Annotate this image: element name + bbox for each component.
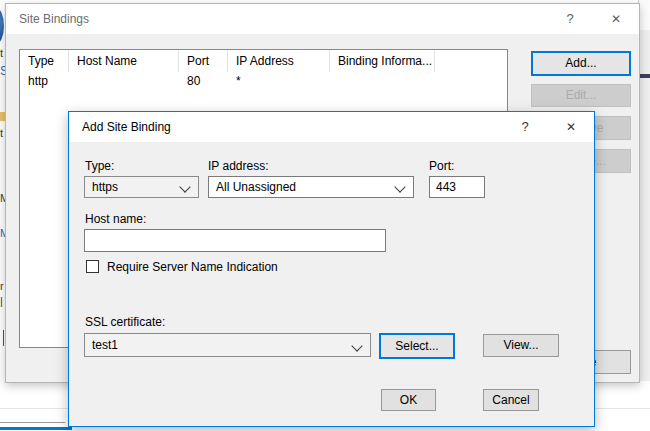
tree-line-fragment: [3, 330, 4, 346]
chevron-down-icon: [394, 181, 405, 192]
column-header-port[interactable]: Port: [179, 50, 228, 72]
port-label: Port:: [429, 159, 454, 173]
table-row[interactable]: http 80 *: [20, 73, 507, 91]
background-focused-element: [0, 427, 72, 431]
ssl-certificate-select-value: test1: [92, 338, 118, 352]
chevron-down-icon: [179, 181, 190, 192]
cell-ip-address: *: [228, 73, 330, 91]
column-header-host-name[interactable]: Host Name: [69, 50, 179, 72]
background-divider: [0, 422, 65, 423]
add-site-binding-dialog: Add Site Binding ? ✕ Type: https IP addr…: [68, 111, 595, 427]
sni-checkbox-label: Require Server Name Indication: [107, 260, 278, 274]
host-name-input[interactable]: [84, 229, 386, 252]
tree-text-fragment: r: [0, 281, 4, 292]
ok-button[interactable]: OK: [381, 389, 436, 411]
close-icon[interactable]: ✕: [554, 112, 588, 142]
edit-button: Edit...: [531, 84, 631, 107]
tree-text-fragment: t: [0, 48, 3, 59]
ip-address-select-value: All Unassigned: [216, 180, 296, 194]
help-icon[interactable]: ?: [508, 112, 542, 142]
tree-text-fragment: t: [0, 128, 3, 139]
site-bindings-titlebar[interactable]: Site Bindings ? ✕: [6, 4, 639, 34]
host-name-label: Host name:: [85, 212, 146, 226]
ip-address-select[interactable]: All Unassigned: [208, 176, 414, 198]
column-header-filler: [435, 50, 507, 72]
add-binding-titlebar[interactable]: Add Site Binding ? ✕: [69, 112, 594, 142]
ssl-certificate-select[interactable]: test1: [84, 333, 371, 357]
cancel-button[interactable]: Cancel: [483, 389, 539, 411]
column-header-type[interactable]: Type: [20, 50, 69, 72]
type-select[interactable]: https: [84, 176, 199, 198]
screen: t S t M M r | Site Bindings ? ✕ Type Hos…: [0, 0, 650, 431]
ssl-certificate-label: SSL certificate:: [85, 315, 165, 329]
port-input[interactable]: [429, 176, 485, 198]
select-certificate-button[interactable]: Select...: [379, 333, 455, 359]
dialog-title: Add Site Binding: [82, 120, 171, 134]
add-button[interactable]: Add...: [531, 51, 631, 76]
background-accent: [640, 74, 650, 78]
view-certificate-button[interactable]: View...: [483, 334, 559, 357]
dialog-title: Site Bindings: [19, 12, 89, 26]
chevron-down-icon: [351, 340, 362, 351]
cell-type: http: [20, 73, 69, 91]
column-header-ip-address[interactable]: IP Address: [228, 50, 330, 72]
ip-address-label: IP address:: [208, 159, 268, 173]
background-icon-fragment: [0, 8, 4, 44]
sni-checkbox[interactable]: [86, 260, 99, 273]
help-icon[interactable]: ?: [553, 4, 587, 34]
cell-binding-info: [330, 73, 435, 91]
column-header-binding-info[interactable]: Binding Informa...: [330, 50, 435, 72]
type-select-value: https: [92, 180, 118, 194]
cell-host-name: [69, 73, 179, 91]
cell-port: 80: [179, 73, 228, 91]
close-icon[interactable]: ✕: [599, 4, 633, 34]
table-header: Type Host Name Port IP Address Binding I…: [20, 50, 507, 72]
tree-text-fragment: |: [0, 296, 3, 307]
type-label: Type:: [85, 159, 114, 173]
